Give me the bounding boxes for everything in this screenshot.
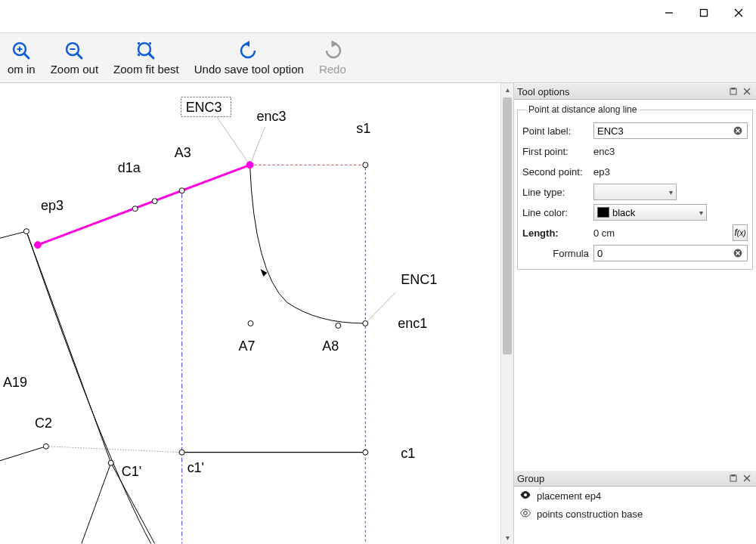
window-titlebar (0, 0, 756, 26)
zoom-out-button[interactable]: Zoom out (43, 33, 106, 82)
canvas-wrap: ENC3 enc3 s1 A3 d1a ep3 A19 C2 C1' c1' A… (0, 83, 514, 544)
point-c1p[interactable] (179, 450, 184, 455)
svg-point-28 (524, 511, 528, 515)
leader-ENC1 (365, 292, 395, 323)
tool-options-legend: Point at distance along line (525, 104, 640, 115)
svg-rect-1 (701, 10, 708, 17)
second-point-label: Second point: (522, 166, 593, 178)
svg-rect-24 (732, 474, 736, 477)
line-type-select[interactable]: ▾ (593, 184, 677, 200)
label-A3: A3 (175, 145, 191, 160)
canvas-scrollbar[interactable]: ▴ ▾ (500, 83, 513, 544)
drawing-canvas[interactable]: ENC3 enc3 s1 A3 d1a ep3 A19 C2 C1' c1' A… (0, 83, 500, 544)
point-label-field[interactable] (597, 125, 732, 137)
point-c1[interactable] (363, 450, 368, 455)
window-maximize-button[interactable] (686, 0, 721, 26)
second-point-value: ep3 (593, 166, 610, 178)
label-c1: c1 (401, 446, 415, 461)
group-item[interactable]: placement ep4 (514, 487, 756, 505)
chevron-down-icon: ▾ (669, 188, 673, 196)
tool-options-title: Tool options (517, 86, 726, 97)
formula-button[interactable]: f(x) (733, 224, 748, 241)
line-ep3-curve (26, 231, 151, 543)
tool-options-fieldset: Point at distance along line Point label… (517, 104, 753, 270)
point-s1[interactable] (363, 162, 368, 168)
zoom-in-button[interactable]: om in (0, 33, 43, 82)
formula-field[interactable] (597, 248, 732, 259)
length-value: 0 cm (593, 227, 731, 239)
group-title: Group (517, 473, 726, 484)
curve-enc3-enc1 (250, 165, 366, 323)
label-d1a: d1a (118, 160, 141, 175)
label-s1: s1 (356, 121, 370, 136)
window-close-button[interactable] (721, 0, 756, 26)
redo-button[interactable]: Redo (311, 33, 354, 82)
line-left-to-C2 (0, 447, 46, 461)
line-type-icon (597, 190, 650, 194)
point-ep3[interactable] (23, 229, 29, 234)
toolbar: om in Zoom out Zoom fit best Undo save t… (0, 33, 756, 83)
point-label-label: Point label: (522, 125, 593, 137)
point-A7[interactable] (248, 320, 253, 326)
undo-button[interactable]: Undo save tool option (187, 33, 311, 82)
dock-close-icon[interactable] (741, 85, 753, 97)
color-swatch-icon (597, 207, 609, 218)
dock-float-icon[interactable] (727, 472, 739, 484)
guide-C2-c1p (46, 447, 182, 453)
label-ENC3: ENC3 (186, 100, 222, 115)
clear-icon[interactable] (732, 247, 744, 259)
leader-ENC3 (217, 116, 250, 165)
first-point-value: enc3 (593, 146, 615, 157)
group-item-label: points construction base (537, 508, 643, 520)
redo-icon (322, 40, 343, 61)
point-enc3[interactable] (246, 162, 253, 168)
line-color-select[interactable]: black ▾ (593, 204, 707, 221)
point-near-d1a[interactable] (152, 199, 157, 204)
undo-label: Undo save tool option (194, 63, 304, 76)
zoom-fit-button[interactable]: Zoom fit best (106, 33, 187, 82)
redo-label: Redo (319, 63, 346, 76)
svg-rect-14 (732, 88, 736, 90)
label-A7: A7 (239, 338, 256, 354)
chevron-down-icon: ▾ (699, 209, 703, 217)
zoom-fit-label: Zoom fit best (113, 63, 179, 76)
svg-line-12 (149, 54, 153, 58)
zoom-in-label: om in (8, 63, 36, 76)
label-ENC1: ENC1 (401, 272, 437, 287)
label-C2: C2 (35, 416, 52, 431)
zoom-out-label: Zoom out (51, 63, 98, 76)
side-panel: Tool options Point at distance along lin… (514, 83, 756, 544)
point-label-input[interactable] (593, 122, 748, 139)
arrowhead-curve (260, 269, 267, 277)
zoom-in-icon (11, 40, 32, 61)
tool-options-dock-header[interactable]: Tool options (514, 83, 756, 100)
segment-ep3-enc3 (38, 165, 250, 245)
tool-options-body: Point at distance along line Point label… (514, 100, 756, 470)
clear-icon[interactable] (732, 125, 744, 137)
eye-filled-icon (519, 490, 532, 502)
label-C1p: C1' (122, 464, 141, 479)
point-enc1[interactable] (363, 320, 368, 326)
point-C1p[interactable] (108, 460, 113, 465)
line-type-label: Line type: (522, 187, 593, 198)
zoom-out-icon (64, 40, 85, 61)
dock-float-icon[interactable] (727, 85, 739, 97)
formula-input[interactable] (593, 245, 748, 261)
label-A19: A19 (3, 375, 27, 390)
dock-close-icon[interactable] (741, 472, 753, 484)
point-C2[interactable] (43, 444, 48, 449)
point-A3[interactable] (179, 188, 184, 193)
label-c1p: c1' (187, 460, 204, 475)
point-d1a[interactable] (132, 206, 138, 212)
group-item[interactable]: points construction base (514, 505, 756, 523)
point-A8[interactable] (336, 323, 341, 328)
line-left-to-ep3 (0, 231, 26, 238)
window-minimize-button[interactable] (652, 0, 686, 26)
point-ep3-end[interactable] (34, 242, 41, 249)
scroll-thumb[interactable] (503, 97, 512, 354)
formula-label: Formula (522, 248, 593, 259)
scroll-down-arrow[interactable]: ▾ (501, 531, 513, 544)
group-dock-header[interactable]: Group (514, 470, 756, 487)
scroll-up-arrow[interactable]: ▴ (501, 83, 513, 96)
zoom-fit-icon (135, 40, 156, 61)
